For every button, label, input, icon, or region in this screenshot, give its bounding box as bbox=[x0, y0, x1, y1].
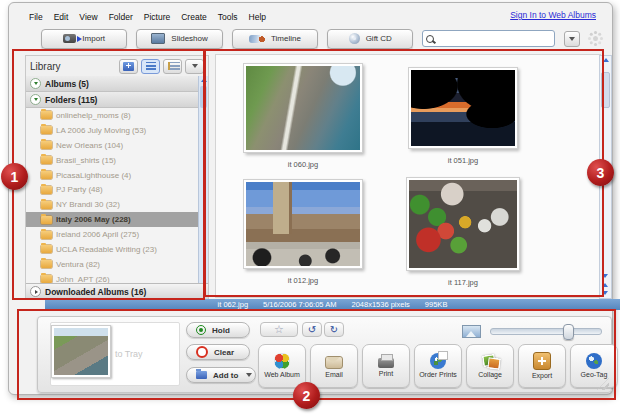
downloaded-albums-row[interactable]: Downloaded Albums (16) bbox=[26, 283, 208, 299]
photo-thumbnail[interactable] bbox=[243, 179, 363, 269]
menu-help[interactable]: Help bbox=[249, 12, 266, 22]
folder-row-selected[interactable]: Italy 2006 May (228) bbox=[26, 212, 199, 227]
print-button[interactable]: Print bbox=[362, 344, 410, 388]
folder-row[interactable]: New Orleans (104) bbox=[26, 138, 199, 153]
view-options-button[interactable] bbox=[185, 59, 204, 74]
printer-icon bbox=[378, 358, 394, 368]
rotate-ccw-icon: ↺ bbox=[308, 324, 316, 335]
photo-cell: it 012.jpg bbox=[228, 179, 378, 285]
menu-edit[interactable]: Edit bbox=[54, 12, 69, 22]
geo-tag-button[interactable]: Geo-Tag bbox=[570, 344, 618, 388]
add-album-button[interactable] bbox=[119, 59, 138, 74]
sign-in-web-albums-link[interactable]: Sign In to Web Albums bbox=[510, 10, 596, 20]
photo-caption: it 117.jpg bbox=[388, 278, 538, 287]
email-button[interactable]: Email bbox=[310, 344, 358, 388]
folder-icon bbox=[41, 156, 52, 164]
order-prints-label: Order Prints bbox=[419, 371, 457, 378]
collapse-arrow-icon[interactable] bbox=[30, 94, 41, 105]
search-box[interactable] bbox=[422, 30, 555, 47]
scroll-up-icon[interactable] bbox=[602, 283, 608, 287]
photo-thumbnail[interactable] bbox=[406, 177, 520, 271]
add-album-icon bbox=[123, 62, 134, 71]
folder-icon bbox=[41, 171, 52, 179]
gift-cd-button[interactable]: Gift CD bbox=[327, 29, 413, 49]
rotate-ccw-button[interactable]: ↺ bbox=[302, 322, 322, 337]
folder-row[interactable]: Brasil_shirts (15) bbox=[26, 153, 199, 168]
expand-arrow-icon[interactable] bbox=[30, 286, 41, 297]
folder-row[interactable]: onlinehelp_moms (8) bbox=[26, 108, 199, 123]
albums-group-row[interactable]: Albums (5) bbox=[26, 76, 199, 92]
menu-picture[interactable]: Picture bbox=[144, 12, 170, 22]
thumbnail-zoom-slider[interactable] bbox=[490, 328, 602, 335]
order-prints-icon bbox=[430, 353, 446, 369]
collage-label: Collage bbox=[478, 371, 502, 378]
clear-button[interactable]: Clear bbox=[186, 344, 250, 360]
folder-label: Ventura (82) bbox=[56, 260, 100, 269]
main-toolbar: Import Slideshow Timeline Gift CD bbox=[41, 28, 598, 49]
tray-thumbnail[interactable] bbox=[51, 325, 111, 378]
status-datetime: 5/16/2006 7:06:05 AM bbox=[263, 300, 336, 309]
tree-view-button[interactable] bbox=[163, 59, 182, 74]
import-button[interactable]: Import bbox=[41, 29, 127, 49]
web-album-button[interactable]: Web Album bbox=[258, 344, 306, 388]
search-input[interactable] bbox=[437, 33, 551, 44]
chevron-down-icon bbox=[569, 37, 575, 41]
tray-hint-text: to Tray bbox=[115, 349, 143, 359]
flat-view-button[interactable] bbox=[141, 59, 160, 74]
folders-group-row[interactable]: Folders (115) bbox=[26, 92, 199, 108]
folder-row[interactable]: PicasaLighthouse (4) bbox=[26, 168, 199, 183]
scroll-down-icon[interactable] bbox=[602, 274, 608, 278]
star-button[interactable]: ☆ bbox=[260, 322, 298, 337]
timeline-label: Timeline bbox=[271, 34, 301, 43]
slideshow-button[interactable]: Slideshow bbox=[136, 29, 222, 49]
add-to-button[interactable]: Add to bbox=[186, 367, 256, 383]
folder-row[interactable]: LA 2006 July Moving (53) bbox=[26, 123, 199, 138]
menu-tools[interactable]: Tools bbox=[218, 12, 238, 22]
folder-label: Italy 2006 May (228) bbox=[56, 215, 131, 224]
collage-button[interactable]: Collage bbox=[466, 344, 514, 388]
menu-folder[interactable]: Folder bbox=[109, 12, 133, 22]
rotate-cw-icon: ↻ bbox=[330, 324, 338, 335]
menu-view[interactable]: View bbox=[79, 12, 97, 22]
scroll-up-icon[interactable] bbox=[201, 78, 207, 82]
menu-file[interactable]: File bbox=[29, 12, 43, 22]
photo-cell: it 060.jpg bbox=[228, 63, 378, 169]
print-label: Print bbox=[379, 370, 393, 377]
collapse-arrow-icon[interactable] bbox=[30, 78, 41, 89]
menu-create[interactable]: Create bbox=[181, 12, 207, 22]
scroll-down-icon[interactable] bbox=[602, 291, 608, 295]
folder-row[interactable]: NY Brandi 30 (32) bbox=[26, 197, 199, 212]
export-button[interactable]: Export bbox=[518, 344, 566, 388]
scrollbar-thumb[interactable] bbox=[200, 86, 207, 108]
status-bar: it 062.jpg 5/16/2006 7:06:05 AM 2048x153… bbox=[45, 299, 620, 310]
annotation-badge-1: 1 bbox=[1, 163, 28, 190]
folder-row[interactable]: PJ Party (48) bbox=[26, 182, 199, 197]
web-album-label: Web Album bbox=[264, 371, 300, 378]
app-window: File Edit View Folder Picture Create Too… bbox=[8, 2, 613, 395]
photo-tray[interactable]: to Tray bbox=[50, 322, 180, 386]
status-filename: it 062.jpg bbox=[218, 300, 248, 309]
photo-thumbnail[interactable] bbox=[243, 63, 363, 153]
sidebar-scrollbar[interactable] bbox=[198, 76, 208, 284]
search-options-button[interactable] bbox=[564, 31, 580, 47]
photo-thumbnail[interactable] bbox=[408, 67, 518, 149]
collage-icon bbox=[482, 353, 498, 369]
scroll-up-icon[interactable] bbox=[603, 58, 609, 62]
hold-button[interactable]: Hold bbox=[186, 322, 250, 338]
downloaded-albums-label: Downloaded Albums (16) bbox=[45, 287, 146, 297]
library-header: Library bbox=[26, 56, 208, 76]
folder-icon bbox=[41, 201, 52, 209]
folder-row[interactable]: Ireland 2006 April (275) bbox=[26, 227, 199, 242]
scrollbar-thumb[interactable] bbox=[601, 72, 610, 108]
order-prints-button[interactable]: Order Prints bbox=[414, 344, 462, 388]
add-to-label: Add to bbox=[213, 371, 238, 380]
folder-label: New Orleans (104) bbox=[56, 141, 123, 150]
library-sidebar: Library Albums (5) bbox=[25, 55, 209, 300]
folder-row[interactable]: UCLA Readable Writing (23) bbox=[26, 242, 199, 257]
tray-photo-art bbox=[54, 328, 108, 375]
timeline-button[interactable]: Timeline bbox=[232, 29, 318, 49]
rotate-cw-button[interactable]: ↻ bbox=[324, 322, 344, 337]
folder-row[interactable]: Ventura (82) bbox=[26, 257, 199, 272]
photo-tray-panel: to Tray Hold Clear Add to ☆ ↺ bbox=[37, 316, 612, 393]
slider-handle[interactable] bbox=[563, 324, 574, 340]
